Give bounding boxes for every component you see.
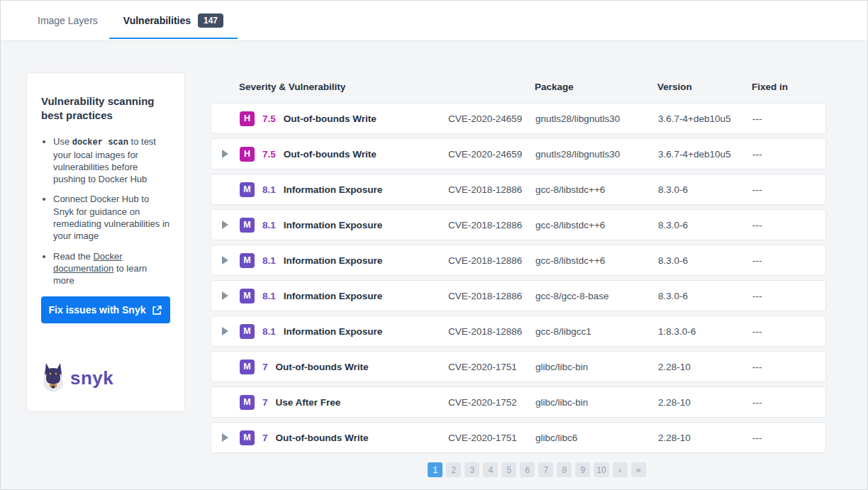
severity-cell: M 8.1 Information Exposure [240, 289, 448, 304]
vulnerability-name: Information Exposure [284, 220, 383, 230]
last-page-button[interactable]: » [631, 462, 646, 477]
vuln-table: Severity & Vulnerability Package Version… [211, 72, 826, 477]
table-row[interactable]: M 7 Out-of-bounds Write CVE-2020-1751 gl… [211, 351, 826, 382]
package-name: glibc/libc-bin [535, 362, 658, 372]
best-practices-card: Vulnerability scanning best practices Us… [26, 72, 185, 412]
severity-cell: H 7.5 Out-of-bounds Write [240, 111, 448, 126]
pagination: 12345678910›» [247, 462, 826, 477]
page-button[interactable]: 4 [483, 462, 498, 477]
page-button[interactable]: 1 [428, 462, 443, 477]
severity-badge: M [240, 360, 255, 374]
cve-id: CVE-2020-1752 [448, 397, 535, 408]
severity-badge: M [240, 253, 255, 268]
severity-cell: M 8.1 Information Exposure [240, 253, 448, 268]
expander-cell [211, 362, 240, 371]
page-button[interactable]: 8 [557, 462, 572, 477]
severity-cell: M 8.1 Information Exposure [240, 182, 448, 197]
version: 2.28-10 [658, 433, 752, 443]
package-name: gcc-8/libstdc++6 [535, 184, 658, 195]
severity-score: 7 [262, 362, 268, 372]
severity-badge: H [240, 111, 255, 126]
bullet-connect-snyk: Connect Docker Hub to Snyk for guidance … [53, 193, 170, 242]
cve-id: CVE-2020-24659 [448, 149, 535, 160]
fix-with-snyk-button[interactable]: Fix issues with Snyk [41, 296, 170, 323]
fixed-in: --- [752, 149, 825, 160]
bullet-read-docs: Read the Docker documentation to learn m… [53, 250, 170, 287]
version: 8.3.0-6 [658, 184, 752, 195]
table-row[interactable]: M 8.1 Information Exposure CVE-2018-1288… [211, 316, 826, 347]
expand-icon[interactable] [222, 327, 228, 335]
cve-id: CVE-2020-24659 [448, 113, 535, 124]
package-name: gcc-8/libgcc1 [535, 326, 658, 337]
version: 2.28-10 [658, 362, 752, 372]
tab-vulnerabilities[interactable]: Vulnerabilities 147 [109, 1, 238, 40]
expand-icon[interactable] [222, 256, 228, 265]
expand-icon[interactable] [222, 433, 228, 442]
severity-badge: M [240, 289, 255, 304]
main-content: Vulnerability scanning best practices Us… [1, 41, 867, 477]
best-practices-list: Use docker scan to test your local image… [41, 135, 170, 287]
page-button[interactable]: 6 [520, 462, 535, 477]
severity-score: 8.1 [262, 326, 276, 337]
package-name: gcc-8/libstdc++6 [535, 255, 658, 266]
column-header-version: Version [657, 82, 752, 92]
page-button[interactable]: 10 [594, 462, 608, 477]
cve-id: CVE-2018-12886 [448, 326, 535, 337]
table-row[interactable]: M 8.1 Information Exposure CVE-2018-1288… [211, 209, 826, 240]
severity-badge: M [240, 182, 255, 197]
expander-cell [211, 221, 240, 229]
expander-cell [211, 291, 240, 300]
page-button[interactable]: 9 [575, 462, 590, 477]
expand-icon[interactable] [222, 291, 228, 300]
snyk-dog-icon [41, 363, 65, 393]
page-button[interactable]: 7 [538, 462, 553, 477]
severity-badge: M [240, 430, 255, 445]
table-row[interactable]: M 7 Out-of-bounds Write CVE-2020-1751 gl… [211, 422, 826, 453]
expand-icon[interactable] [222, 150, 228, 158]
version: 2.28-10 [658, 397, 752, 408]
table-row[interactable]: M 8.1 Information Exposure CVE-2018-1288… [211, 245, 826, 276]
table-row[interactable]: M 8.1 Information Exposure CVE-2018-1288… [211, 280, 826, 311]
vulnerability-name: Out-of-bounds Write [276, 362, 369, 372]
table-row[interactable]: M 7 Use After Free CVE-2020-1752 glibc/l… [211, 386, 826, 418]
fixed-in: --- [752, 113, 825, 124]
version: 8.3.0-6 [658, 220, 752, 230]
page-button[interactable]: 3 [464, 462, 479, 477]
cve-id: CVE-2018-12886 [448, 291, 535, 301]
snyk-logo: snyk [41, 363, 170, 393]
severity-score: 8.1 [262, 255, 276, 266]
tab-image-layers[interactable]: Image Layers [38, 1, 98, 40]
package-name: gnutls28/libgnutls30 [535, 113, 658, 124]
table-row[interactable]: M 8.1 Information Exposure CVE-2018-1288… [211, 174, 826, 205]
expander-cell [211, 433, 240, 442]
expander-cell [211, 256, 240, 265]
version: 1:8.3.0-6 [658, 326, 752, 337]
version: 3.6.7-4+deb10u5 [658, 149, 752, 160]
page-button[interactable]: 2 [446, 462, 461, 477]
version: 3.6.7-4+deb10u5 [658, 113, 752, 124]
cve-id: CVE-2020-1751 [448, 362, 535, 372]
vulnerability-count-badge: 147 [198, 13, 223, 28]
expander-cell [211, 398, 240, 406]
vulnerability-name: Out-of-bounds Write [284, 113, 377, 124]
table-row[interactable]: H 7.5 Out-of-bounds Write CVE-2020-24659… [211, 138, 826, 169]
tab-vulnerabilities-label: Vulnerabilities [123, 15, 191, 26]
severity-cell: M 7 Out-of-bounds Write [240, 360, 448, 374]
page-button[interactable]: 5 [501, 462, 516, 477]
tab-bar: Image Layers Vulnerabilities 147 [1, 1, 867, 41]
table-row[interactable]: H 7.5 Out-of-bounds Write CVE-2020-24659… [211, 103, 826, 134]
fix-with-snyk-label: Fix issues with Snyk [49, 304, 146, 316]
card-title: Vulnerability scanning best practices [41, 94, 170, 123]
next-page-button[interactable]: › [613, 462, 628, 477]
fixed-in: --- [752, 362, 825, 372]
column-header-fixed-in: Fixed in [752, 82, 826, 92]
table-header: Severity & Vulnerability Package Version… [211, 72, 826, 101]
fixed-in: --- [752, 184, 825, 195]
fixed-in: --- [752, 326, 825, 337]
cve-id: CVE-2018-12886 [448, 255, 535, 266]
version: 8.3.0-6 [658, 291, 752, 301]
vulnerability-name: Information Exposure [284, 184, 383, 195]
expand-icon[interactable] [222, 221, 228, 229]
severity-cell: H 7.5 Out-of-bounds Write [240, 147, 448, 162]
vulnerability-name: Information Exposure [284, 255, 383, 266]
